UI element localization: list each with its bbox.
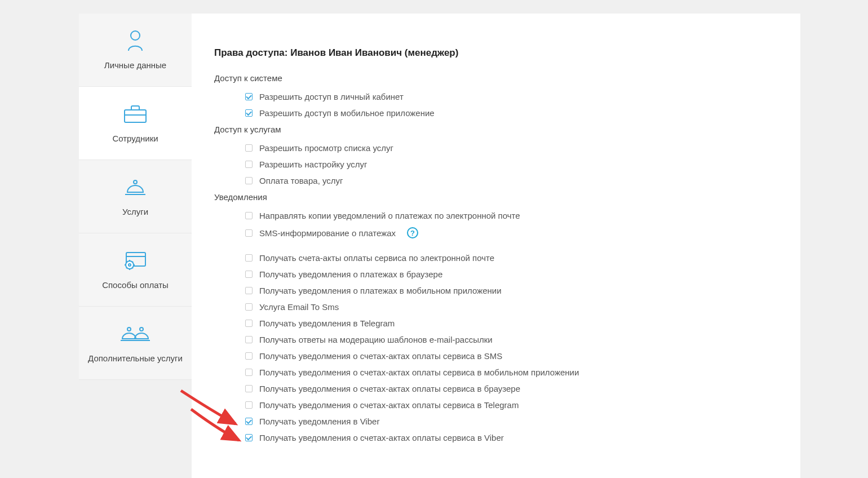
perm-label: Получать уведомления в Viber xyxy=(259,417,379,426)
bell-icon xyxy=(124,176,147,198)
svg-point-7 xyxy=(126,261,134,269)
checkbox[interactable] xyxy=(245,109,253,117)
checkbox[interactable] xyxy=(245,287,253,294)
sidebar-item-label: Личные данные xyxy=(104,60,166,71)
perm-row: Получать уведомления о платежах в мобиль… xyxy=(245,282,778,299)
sidebar: Личные данные Сотрудники Услуги xyxy=(79,14,192,478)
perm-row: SMS-информирование о платежах ? xyxy=(245,224,778,242)
perms-group-system: Разрешить доступ в личный кабинет Разреш… xyxy=(245,88,778,121)
section-heading: Доступ к системе xyxy=(214,73,778,83)
checkbox[interactable] xyxy=(245,93,253,100)
checkbox[interactable] xyxy=(245,144,253,152)
perm-row: Получать уведолмения о счетах-актах опла… xyxy=(245,380,778,397)
perms-group-services: Разрешить просмотр списка услуг Разрешит… xyxy=(245,140,778,189)
checkbox[interactable] xyxy=(245,401,253,409)
perm-row: Разрешить просмотр списка услуг xyxy=(245,140,778,156)
perm-label: Получать уведолмения о счетах-актах опла… xyxy=(259,351,502,361)
perm-row: Услуга Email To Sms xyxy=(245,299,778,315)
checkbox[interactable] xyxy=(245,320,253,327)
perm-label: Получать уведомления о платежах в мобиль… xyxy=(259,286,502,295)
svg-point-10 xyxy=(127,327,131,331)
checkbox[interactable] xyxy=(245,352,253,360)
checkbox[interactable] xyxy=(245,229,253,237)
perm-row: Оплата товара, услуг xyxy=(245,172,778,189)
perm-row: Разрешить доступ в мобильное приложение xyxy=(245,105,778,121)
perm-label: Разрешить доступ в мобильное приложение xyxy=(259,108,435,118)
checkbox[interactable] xyxy=(245,212,253,219)
card-gear-icon xyxy=(123,249,148,272)
bells-icon xyxy=(120,322,150,345)
svg-point-4 xyxy=(134,180,137,184)
checkbox[interactable] xyxy=(245,369,253,376)
checkbox[interactable] xyxy=(245,254,253,262)
perm-label: SMS-информирование о платежах xyxy=(259,228,396,238)
checkbox[interactable] xyxy=(245,385,253,392)
perm-label: Направлять копии уведомлений о платежах … xyxy=(259,211,520,220)
perm-row: Получать уведомления о счетах-актах опла… xyxy=(245,430,778,446)
perm-row: Получать уведомления в Viber xyxy=(245,413,778,430)
sidebar-item-label: Дополнительные услуги xyxy=(88,353,183,364)
help-icon[interactable]: ? xyxy=(407,227,418,238)
checkbox[interactable] xyxy=(245,434,253,441)
perm-label: Разрешить доступ в личный кабинет xyxy=(259,92,404,101)
checkbox[interactable] xyxy=(245,418,253,425)
perm-label: Услуга Email To Sms xyxy=(259,302,339,312)
content: Права доступа: Иванов Иван Иванович (мен… xyxy=(192,14,800,478)
sidebar-item-employees[interactable]: Сотрудники xyxy=(79,87,192,160)
sidebar-item-services[interactable]: Услуги xyxy=(79,160,192,233)
perm-label: Оплата товара, услуг xyxy=(259,176,343,185)
perm-label: Получать уведомления о платежах в браузе… xyxy=(259,269,442,279)
perm-row: Получать уведолмения о счетах-актах опла… xyxy=(245,348,778,364)
svg-rect-1 xyxy=(125,110,146,122)
perm-label: Получать уведолмения о счетах-актах опла… xyxy=(259,368,579,377)
perm-label: Разрешить просмотр списка услуг xyxy=(259,143,393,153)
section-heading: Доступ к услугам xyxy=(214,125,778,134)
perm-label: Получать уведомления о счетах-актах опла… xyxy=(259,433,504,442)
sidebar-item-payments[interactable]: Способы оплаты xyxy=(79,233,192,307)
perm-row: Получать уведомления в Telegram xyxy=(245,315,778,331)
person-icon xyxy=(126,29,144,52)
svg-point-12 xyxy=(140,327,143,331)
checkbox[interactable] xyxy=(245,177,253,184)
perm-row: Получать счета-акты оплаты сервиса по эл… xyxy=(245,250,778,266)
checkbox[interactable] xyxy=(245,303,253,311)
sidebar-item-personal[interactable]: Личные данные xyxy=(79,14,192,87)
perm-row: Получать уведолмения о счетах-актах опла… xyxy=(245,397,778,413)
sidebar-item-label: Услуги xyxy=(122,206,148,218)
perm-label: Разрешить настройку услуг xyxy=(259,160,367,169)
perm-row: Разрешить настройку услуг xyxy=(245,156,778,172)
briefcase-icon xyxy=(123,103,147,125)
page-title: Права доступа: Иванов Иван Иванович (мен… xyxy=(214,47,778,59)
perm-label: Получать счета-акты оплаты сервиса по эл… xyxy=(259,253,494,263)
perm-label: Получать уведолмения о счетах-актах опла… xyxy=(259,400,519,410)
perm-row: Разрешить доступ в личный кабинет xyxy=(245,88,778,105)
sidebar-item-label: Сотрудники xyxy=(112,133,158,144)
perm-label: Получать ответы на модерацию шаблонов e-… xyxy=(259,335,493,344)
perm-row: Получать уведомления о платежах в браузе… xyxy=(245,266,778,282)
perm-row: Получать уведолмения о счетах-актах опла… xyxy=(245,364,778,380)
perm-row: Направлять копии уведомлений о платежах … xyxy=(245,207,778,224)
perms-group-notifications: Направлять копии уведомлений о платежах … xyxy=(245,207,778,446)
svg-point-0 xyxy=(131,31,140,40)
checkbox[interactable] xyxy=(245,271,253,278)
sidebar-item-additional[interactable]: Дополнительные услуги xyxy=(79,307,192,380)
checkbox[interactable] xyxy=(245,336,253,343)
sidebar-item-label: Способы оплаты xyxy=(102,280,169,291)
perm-label: Получать уведомления в Telegram xyxy=(259,318,395,328)
perm-row: Получать ответы на модерацию шаблонов e-… xyxy=(245,331,778,348)
checkbox[interactable] xyxy=(245,161,253,168)
perm-label: Получать уведолмения о счетах-актах опла… xyxy=(259,384,520,393)
section-heading: Уведомления xyxy=(214,192,778,202)
